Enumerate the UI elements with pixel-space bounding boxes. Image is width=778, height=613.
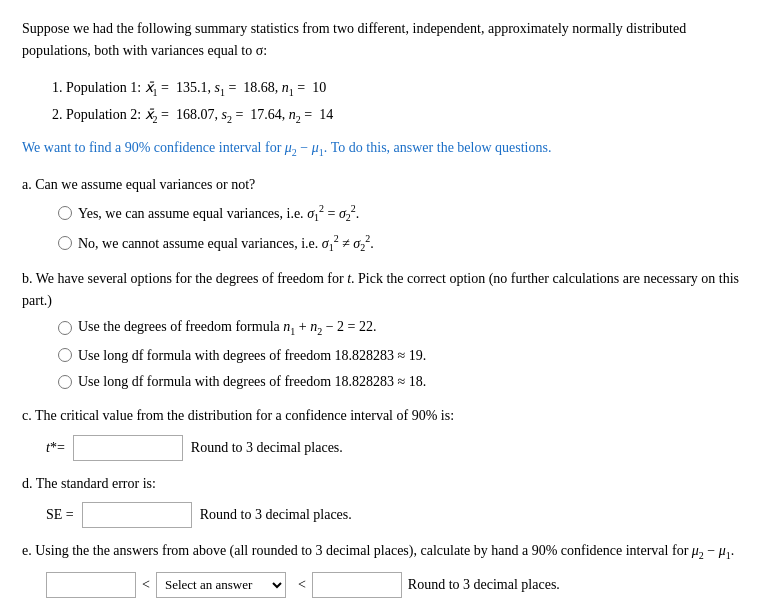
intro-text: Suppose we had the following summary sta… [22, 18, 756, 61]
part-b-option1-text: Use the degrees of freedom formula n1 + … [78, 316, 376, 339]
part-a-radio2[interactable] [58, 236, 72, 250]
part-d: d. The standard error is: SE = Round to … [22, 473, 756, 529]
part-b-option2-text: Use long df formula with degrees of free… [78, 345, 426, 367]
part-c-round-note: Round to 3 decimal places. [191, 437, 343, 459]
part-e-round-note: Round to 3 decimal places. [408, 574, 560, 596]
part-b-option3[interactable]: Use long df formula with degrees of free… [58, 371, 756, 393]
part-e-label: e. Using the the answers from above (all… [22, 543, 734, 558]
part-b-option1[interactable]: Use the degrees of freedom formula n1 + … [58, 316, 756, 339]
part-a-label: a. Can we assume equal variances or not? [22, 177, 255, 192]
blue-question: We want to find a 90% confidence interva… [22, 137, 756, 160]
part-e-less-than2: < [298, 574, 306, 596]
part-e-select[interactable]: Select an answer [156, 572, 286, 598]
part-b: b. We have several options for the degre… [22, 268, 756, 393]
part-e-upper-input[interactable] [312, 572, 402, 598]
part-d-round-note: Round to 3 decimal places. [200, 504, 352, 526]
part-a-option1[interactable]: Yes, we can assume equal variances, i.e.… [58, 201, 756, 226]
part-c-input-row: t*= Round to 3 decimal places. [46, 435, 756, 461]
pop1-label: 1. Population 1: x̄1 = 135.1, s1 = 18.68… [52, 80, 326, 95]
part-b-option3-text: Use long df formula with degrees of free… [78, 371, 426, 393]
part-b-radio1[interactable] [58, 321, 72, 335]
part-d-input[interactable] [82, 502, 192, 528]
part-c-label: c. The critical value from the distribut… [22, 408, 454, 423]
part-b-label: b. We have several options for the degre… [22, 271, 739, 308]
part-c: c. The critical value from the distribut… [22, 405, 756, 461]
population-1-row: 1. Population 1: x̄1 = 135.1, s1 = 18.68… [52, 75, 756, 102]
part-b-option2[interactable]: Use long df formula with degrees of free… [58, 345, 756, 367]
part-e-lower-input[interactable] [46, 572, 136, 598]
part-c-prefix: t*= [46, 437, 65, 459]
part-e: e. Using the the answers from above (all… [22, 540, 756, 597]
part-c-input[interactable] [73, 435, 183, 461]
part-a-option1-text: Yes, we can assume equal variances, i.e.… [78, 201, 359, 226]
part-e-less-than1: < [142, 574, 150, 596]
population-2-row: 2. Population 2: x̄2 = 168.07, s2 = 17.6… [52, 102, 756, 129]
part-d-label: d. The standard error is: [22, 476, 156, 491]
part-d-input-row: SE = Round to 3 decimal places. [46, 502, 756, 528]
pop2-label: 2. Population 2: x̄2 = 168.07, s2 = 17.6… [52, 107, 333, 122]
part-b-radio2[interactable] [58, 348, 72, 362]
part-a-option2-text: No, we cannot assume equal variances, i.… [78, 231, 374, 256]
part-a: a. Can we assume equal variances or not?… [22, 174, 756, 256]
part-b-radio3[interactable] [58, 375, 72, 389]
part-a-radio1[interactable] [58, 206, 72, 220]
part-a-option2[interactable]: No, we cannot assume equal variances, i.… [58, 231, 756, 256]
part-d-prefix: SE = [46, 504, 74, 526]
part-e-input-row: < Select an answer < Round to 3 decimal … [46, 572, 756, 598]
